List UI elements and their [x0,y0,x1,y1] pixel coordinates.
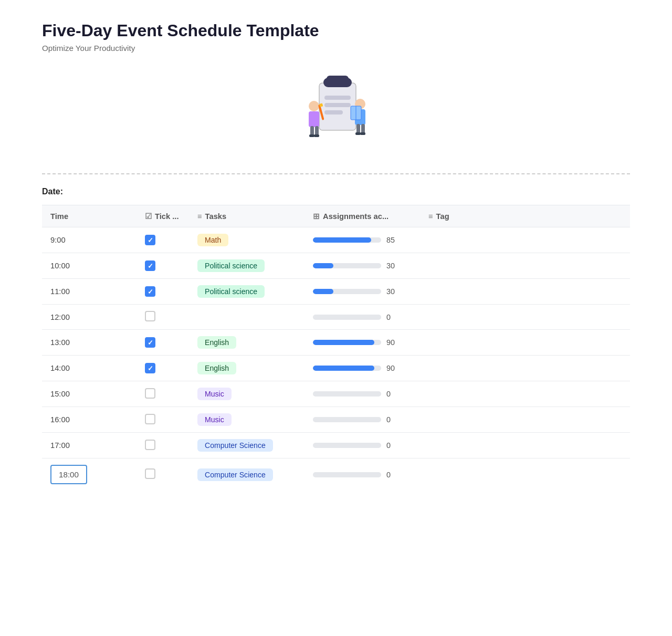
progress-container: 85 [313,236,412,244]
section-divider [42,173,630,174]
progress-bar-bg [313,472,381,477]
checkbox-checked[interactable] [145,286,155,297]
col-header-tag: ≡Tag [420,205,630,227]
time-cell: 15:00 [42,381,136,407]
col-header-time: Time [42,205,136,227]
tick-cell[interactable] [136,253,189,279]
time-cell: 12:00 [42,305,136,330]
svg-rect-11 [315,126,319,135]
task-cell: Music [189,381,304,407]
checkbox-unchecked[interactable] [145,414,155,424]
table-row: 17:00Computer Science0 [42,433,630,458]
progress-value: 0 [386,441,400,450]
assignment-cell: 0 [304,407,420,433]
task-cell: Computer Science [189,433,304,458]
tick-cell[interactable] [136,407,189,433]
task-cell: Computer Science [189,458,304,491]
progress-bar-bg [313,366,381,371]
task-badge: Political science [197,259,265,272]
table-row: 15:00Music0 [42,381,630,407]
progress-bar-bg [313,443,381,448]
checkbox-unchecked[interactable] [145,468,155,479]
task-badge: English [197,362,236,374]
assignment-cell: 85 [304,227,420,253]
task-cell [189,305,304,330]
progress-bar-fill [313,340,374,345]
tick-cell[interactable] [136,433,189,458]
task-badge: Math [197,234,228,246]
progress-bar-fill [313,289,333,294]
progress-bar-bg [313,263,381,268]
checkbox-checked[interactable] [145,363,155,373]
tick-cell[interactable] [136,356,189,381]
table-header: Time ☑Tick ... ≡Tasks ⊞Assignments ac...… [42,205,630,227]
checkbox-checked[interactable] [145,337,155,348]
time-cell: 14:00 [42,356,136,381]
tag-cell [420,330,630,356]
svg-rect-10 [310,126,314,135]
progress-bar-bg [313,315,381,320]
progress-value: 0 [386,390,400,398]
tag-cell [420,407,630,433]
svg-rect-20 [355,132,361,135]
time-cell: 18:00 [42,458,136,491]
tick-cell[interactable] [136,381,189,407]
page-title: Five-Day Event Schedule Template [42,21,630,40]
task-badge: Computer Science [197,468,273,481]
tag-cell [420,227,630,253]
svg-rect-18 [356,124,360,133]
assignment-cell: 30 [304,279,420,305]
task-badge: Music [197,413,232,426]
progress-bar-bg [313,237,381,243]
time-cell: 11:00 [42,279,136,305]
date-label: Date: [42,187,630,196]
table-row: 9:00Math85 [42,227,630,253]
progress-container: 90 [313,338,412,347]
svg-rect-2 [327,76,349,82]
progress-value: 30 [386,262,400,270]
progress-bar-bg [313,340,381,345]
svg-rect-12 [309,134,314,137]
progress-container: 0 [313,415,412,424]
table-row: 10:00Political science30 [42,253,630,279]
task-cell: Math [189,227,304,253]
task-badge: Political science [197,285,265,298]
checkbox-checked[interactable] [145,235,155,245]
task-badge: Music [197,388,232,400]
svg-rect-21 [360,132,365,135]
tag-cell [420,279,630,305]
progress-bar-fill [313,366,374,371]
svg-rect-4 [324,103,351,107]
progress-value: 90 [386,338,400,347]
progress-bar-bg [313,417,381,422]
progress-container: 0 [313,313,412,321]
col-header-tick: ☑Tick ... [136,205,189,227]
hero-illustration [42,68,630,152]
tick-cell[interactable] [136,458,189,491]
svg-rect-19 [361,124,365,133]
progress-container: 0 [313,390,412,398]
assignment-cell: 0 [304,305,420,330]
tag-cell [420,356,630,381]
tick-cell[interactable] [136,279,189,305]
progress-value: 0 [386,415,400,424]
progress-value: 0 [386,471,400,479]
progress-value: 0 [386,313,400,321]
assignment-cell: 0 [304,433,420,458]
col-header-tasks: ≡Tasks [189,205,304,227]
checkbox-unchecked[interactable] [145,440,155,450]
checkbox-unchecked[interactable] [145,311,155,321]
table-row: 16:00Music0 [42,407,630,433]
checkbox-unchecked[interactable] [145,388,155,399]
tick-cell[interactable] [136,305,189,330]
checkbox-checked[interactable] [145,260,155,271]
tick-cell[interactable] [136,227,189,253]
progress-container: 30 [313,262,412,270]
tick-cell[interactable] [136,330,189,356]
task-badge: Computer Science [197,439,273,452]
tag-cell [420,381,630,407]
schedule-table: Time ☑Tick ... ≡Tasks ⊞Assignments ac...… [42,205,630,491]
table-row: 18:00Computer Science0 [42,458,630,491]
table-body: 9:00Math8510:00Political science3011:00P… [42,227,630,491]
time-cell: 17:00 [42,433,136,458]
